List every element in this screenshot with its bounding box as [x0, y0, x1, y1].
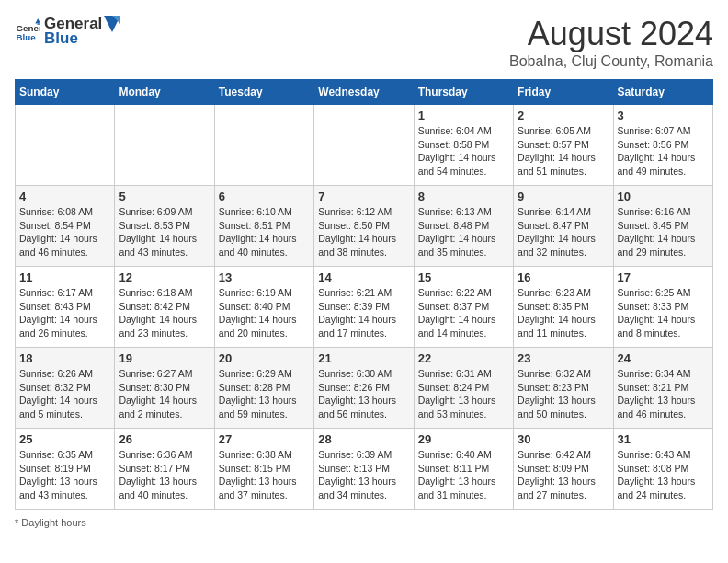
day-info: Sunrise: 6:05 AMSunset: 8:57 PMDaylight:… — [518, 124, 609, 178]
table-row — [314, 105, 414, 186]
day-number: 14 — [318, 270, 409, 284]
day-number: 10 — [618, 190, 709, 203]
footer-note: * Daylight hours — [15, 517, 713, 528]
day-info: Sunrise: 6:10 AMSunset: 8:51 PMDaylight:… — [219, 205, 310, 259]
table-row: 30Sunrise: 6:42 AMSunset: 8:09 PMDayligh… — [514, 429, 613, 510]
day-number: 27 — [219, 432, 310, 446]
calendar-week-row: 25Sunrise: 6:35 AMSunset: 8:19 PMDayligh… — [16, 429, 713, 510]
day-info: Sunrise: 6:08 AMSunset: 8:54 PMDaylight:… — [19, 205, 110, 259]
table-row: 24Sunrise: 6:34 AMSunset: 8:21 PMDayligh… — [613, 348, 712, 429]
day-info: Sunrise: 6:34 AMSunset: 8:21 PMDaylight:… — [618, 367, 709, 421]
table-row: 25Sunrise: 6:35 AMSunset: 8:19 PMDayligh… — [16, 429, 115, 510]
day-number: 13 — [219, 270, 310, 284]
table-row: 7Sunrise: 6:12 AMSunset: 8:50 PMDaylight… — [314, 186, 414, 267]
day-number: 3 — [618, 109, 709, 122]
day-number: 20 — [219, 351, 310, 365]
table-row: 6Sunrise: 6:10 AMSunset: 8:51 PMDaylight… — [214, 186, 313, 267]
calendar-week-row: 1Sunrise: 6:04 AMSunset: 8:58 PMDaylight… — [16, 105, 713, 186]
table-row: 14Sunrise: 6:21 AMSunset: 8:39 PMDayligh… — [314, 267, 414, 348]
day-number: 31 — [618, 432, 709, 446]
table-row: 23Sunrise: 6:32 AMSunset: 8:23 PMDayligh… — [514, 348, 613, 429]
day-info: Sunrise: 6:38 AMSunset: 8:15 PMDaylight:… — [219, 448, 310, 502]
table-row: 13Sunrise: 6:19 AMSunset: 8:40 PMDayligh… — [214, 267, 313, 348]
day-number: 8 — [418, 190, 509, 203]
day-info: Sunrise: 6:39 AMSunset: 8:13 PMDaylight:… — [318, 448, 409, 502]
day-number: 19 — [119, 351, 210, 365]
day-info: Sunrise: 6:23 AMSunset: 8:35 PMDaylight:… — [518, 286, 609, 340]
day-number: 25 — [19, 432, 110, 446]
day-info: Sunrise: 6:04 AMSunset: 8:58 PMDaylight:… — [418, 124, 509, 178]
day-number: 16 — [518, 270, 609, 284]
day-info: Sunrise: 6:43 AMSunset: 8:08 PMDaylight:… — [618, 448, 709, 502]
day-info: Sunrise: 6:09 AMSunset: 8:53 PMDaylight:… — [119, 205, 210, 259]
table-row: 22Sunrise: 6:31 AMSunset: 8:24 PMDayligh… — [414, 348, 513, 429]
table-row: 11Sunrise: 6:17 AMSunset: 8:43 PMDayligh… — [16, 267, 115, 348]
table-row: 9Sunrise: 6:14 AMSunset: 8:47 PMDaylight… — [514, 186, 613, 267]
day-info: Sunrise: 6:25 AMSunset: 8:33 PMDaylight:… — [618, 286, 709, 340]
table-row: 27Sunrise: 6:38 AMSunset: 8:15 PMDayligh… — [214, 429, 313, 510]
logo: General Blue General Blue — [15, 15, 120, 48]
day-info: Sunrise: 6:30 AMSunset: 8:26 PMDaylight:… — [318, 367, 409, 421]
day-number: 24 — [618, 351, 709, 365]
day-number: 29 — [418, 432, 509, 446]
header: General Blue General Blue August 2024 Bo… — [15, 15, 713, 70]
day-info: Sunrise: 6:07 AMSunset: 8:56 PMDaylight:… — [618, 124, 709, 178]
table-row: 29Sunrise: 6:40 AMSunset: 8:11 PMDayligh… — [414, 429, 513, 510]
table-row: 10Sunrise: 6:16 AMSunset: 8:45 PMDayligh… — [613, 186, 712, 267]
day-info: Sunrise: 6:32 AMSunset: 8:23 PMDaylight:… — [518, 367, 609, 421]
table-row: 16Sunrise: 6:23 AMSunset: 8:35 PMDayligh… — [514, 267, 613, 348]
day-info: Sunrise: 6:40 AMSunset: 8:11 PMDaylight:… — [418, 448, 509, 502]
day-number: 28 — [318, 432, 409, 446]
table-row: 5Sunrise: 6:09 AMSunset: 8:53 PMDaylight… — [115, 186, 214, 267]
header-friday: Friday — [514, 80, 613, 105]
calendar-table: Sunday Monday Tuesday Wednesday Thursday… — [15, 79, 713, 510]
table-row — [214, 105, 313, 186]
day-number: 30 — [518, 432, 609, 446]
day-number: 23 — [518, 351, 609, 365]
header-thursday: Thursday — [414, 80, 513, 105]
day-number: 5 — [119, 190, 210, 203]
day-number: 26 — [119, 432, 210, 446]
logo-icon: General Blue — [15, 18, 40, 44]
day-number: 9 — [518, 190, 609, 203]
day-number: 12 — [119, 270, 210, 284]
header-wednesday: Wednesday — [314, 80, 414, 105]
title-area: August 2024 Bobalna, Cluj County, Romani… — [509, 15, 713, 70]
header-monday: Monday — [115, 80, 214, 105]
day-info: Sunrise: 6:29 AMSunset: 8:28 PMDaylight:… — [219, 367, 310, 421]
table-row: 15Sunrise: 6:22 AMSunset: 8:37 PMDayligh… — [414, 267, 513, 348]
day-number: 22 — [418, 351, 509, 365]
table-row: 21Sunrise: 6:30 AMSunset: 8:26 PMDayligh… — [314, 348, 414, 429]
day-number: 17 — [618, 270, 709, 284]
table-row: 1Sunrise: 6:04 AMSunset: 8:58 PMDaylight… — [414, 105, 513, 186]
svg-text:Blue: Blue — [16, 32, 36, 42]
logo-triangle — [104, 16, 120, 32]
weekday-header-row: Sunday Monday Tuesday Wednesday Thursday… — [16, 80, 713, 105]
day-info: Sunrise: 6:19 AMSunset: 8:40 PMDaylight:… — [219, 286, 310, 340]
table-row: 18Sunrise: 6:26 AMSunset: 8:32 PMDayligh… — [16, 348, 115, 429]
day-number: 11 — [19, 270, 110, 284]
header-saturday: Saturday — [613, 80, 712, 105]
day-info: Sunrise: 6:26 AMSunset: 8:32 PMDaylight:… — [19, 367, 110, 421]
day-info: Sunrise: 6:35 AMSunset: 8:19 PMDaylight:… — [19, 448, 110, 502]
table-row: 8Sunrise: 6:13 AMSunset: 8:48 PMDaylight… — [414, 186, 513, 267]
table-row: 26Sunrise: 6:36 AMSunset: 8:17 PMDayligh… — [115, 429, 214, 510]
table-row: 20Sunrise: 6:29 AMSunset: 8:28 PMDayligh… — [214, 348, 313, 429]
day-info: Sunrise: 6:36 AMSunset: 8:17 PMDaylight:… — [119, 448, 210, 502]
day-info: Sunrise: 6:18 AMSunset: 8:42 PMDaylight:… — [119, 286, 210, 340]
header-sunday: Sunday — [16, 80, 115, 105]
subtitle: Bobalna, Cluj County, Romania — [509, 53, 713, 70]
day-number: 2 — [518, 109, 609, 122]
table-row: 17Sunrise: 6:25 AMSunset: 8:33 PMDayligh… — [613, 267, 712, 348]
table-row — [115, 105, 214, 186]
day-info: Sunrise: 6:42 AMSunset: 8:09 PMDaylight:… — [518, 448, 609, 502]
day-info: Sunrise: 6:27 AMSunset: 8:30 PMDaylight:… — [119, 367, 210, 421]
table-row: 12Sunrise: 6:18 AMSunset: 8:42 PMDayligh… — [115, 267, 214, 348]
day-number: 6 — [219, 190, 310, 203]
day-info: Sunrise: 6:21 AMSunset: 8:39 PMDaylight:… — [318, 286, 409, 340]
table-row: 31Sunrise: 6:43 AMSunset: 8:08 PMDayligh… — [613, 429, 712, 510]
table-row: 4Sunrise: 6:08 AMSunset: 8:54 PMDaylight… — [16, 186, 115, 267]
day-number: 18 — [19, 351, 110, 365]
main-title: August 2024 — [509, 15, 713, 53]
calendar-week-row: 11Sunrise: 6:17 AMSunset: 8:43 PMDayligh… — [16, 267, 713, 348]
